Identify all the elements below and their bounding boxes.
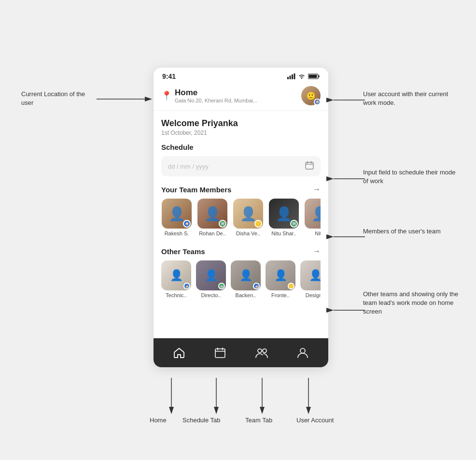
svg-marker-23 xyxy=(326,176,334,181)
arrow-input-field xyxy=(326,174,365,184)
annotation-user-account-header: User account with their current work mod… xyxy=(363,90,460,107)
team-card-avatar-technic: 👤 🏠 xyxy=(161,260,191,290)
team-badge-backen: 🏠 xyxy=(253,283,260,289)
svg-rect-3 xyxy=(294,73,295,79)
svg-marker-21 xyxy=(326,98,334,102)
team-member[interactable]: 👤 🏢 Nitu Shar.. xyxy=(268,199,299,236)
location-subtitle: Gala No.20, Kherani Rd, Mumbai... xyxy=(175,98,257,103)
svg-rect-6 xyxy=(319,75,320,78)
arrow-location xyxy=(97,94,152,104)
nav-home[interactable] xyxy=(158,338,200,367)
svg-marker-36 xyxy=(306,407,311,414)
annotation-other-teams: Other teams and showing only the team le… xyxy=(363,290,460,316)
svg-point-16 xyxy=(258,349,262,353)
team-card-avatar-fronte: 👤 💛 xyxy=(266,260,295,290)
arrow-user-account xyxy=(326,95,365,105)
member-avatar-nitu2: 👤 🏠 xyxy=(305,199,321,229)
home-nav-icon xyxy=(173,347,185,358)
member-badge-rohan: 🏢 xyxy=(219,220,226,228)
bottom-label-home: Home xyxy=(150,417,167,424)
team-card[interactable]: 👤 💛 Fronte.. xyxy=(266,260,295,298)
header-left: 📍 Home Gala No.20, Kherani Rd, Mumbai... xyxy=(161,88,257,103)
member-badge-rakesh: 🏠 xyxy=(183,220,191,228)
svg-point-18 xyxy=(300,348,305,353)
arrow-team-label xyxy=(257,378,267,417)
team-card-avatar-design: 👤 🏢 xyxy=(300,260,321,290)
calendar-icon xyxy=(305,161,314,172)
svg-rect-7 xyxy=(309,75,317,78)
member-avatar-rohan: 👤 🏢 xyxy=(197,199,227,229)
battery-icon xyxy=(308,73,320,79)
svg-rect-12 xyxy=(215,349,225,358)
team-card-name-technic: Technic.. xyxy=(166,292,186,298)
member-badge-disha: 💛 xyxy=(254,220,262,228)
status-time: 9:41 xyxy=(162,72,176,80)
schedule-input-placeholder: dd / mm / yyyy xyxy=(168,163,301,170)
team-members-arrow[interactable]: → xyxy=(313,185,321,194)
user-account-nav-icon xyxy=(297,347,308,358)
team-card[interactable]: 👤 🏢 Directo.. xyxy=(196,260,226,298)
svg-rect-2 xyxy=(292,74,293,79)
nav-team[interactable] xyxy=(241,338,282,367)
location-pin-icon: 📍 xyxy=(161,90,172,101)
schedule-nav-icon xyxy=(215,347,225,358)
svg-point-4 xyxy=(301,78,302,79)
user-avatar-container[interactable]: 🙂 🏠 xyxy=(301,86,321,105)
team-member[interactable]: 👤 🏢 Rohan De.. xyxy=(197,199,228,236)
team-members-title: Your Team Members xyxy=(161,186,231,194)
bottom-label-team: Team Tab xyxy=(245,417,272,424)
other-teams-title: Other Teams xyxy=(161,247,205,256)
header: 📍 Home Gala No.20, Kherani Rd, Mumbai...… xyxy=(154,83,328,111)
annotation-input-field: Input field to schedule their mode of wo… xyxy=(363,168,460,186)
svg-marker-30 xyxy=(169,407,174,414)
svg-rect-1 xyxy=(290,76,291,80)
svg-rect-8 xyxy=(306,162,313,169)
bottom-label-user-account: User Account xyxy=(296,417,334,424)
team-card-avatar-directo: 👤 🏢 xyxy=(196,260,226,290)
date-text: 1st October, 2021 xyxy=(161,129,321,136)
team-card-name-backen: Backen.. xyxy=(236,292,256,298)
member-avatar-disha: 👤 💛 xyxy=(233,199,263,229)
team-card[interactable]: 👤 🏠 Backen.. xyxy=(231,260,261,298)
status-bar: 9:41 xyxy=(154,68,328,83)
svg-marker-32 xyxy=(214,407,219,414)
team-badge-fronte: 💛 xyxy=(288,283,294,289)
member-badge-nitu: 🏢 xyxy=(290,220,298,228)
other-teams-arrow[interactable]: → xyxy=(313,247,321,256)
location-title: Home xyxy=(175,88,257,98)
work-mode-badge: 🏠 xyxy=(314,99,321,105)
team-card-name-design: Design.. xyxy=(306,292,321,298)
svg-marker-27 xyxy=(326,308,334,313)
team-nav-icon xyxy=(255,347,268,358)
team-badge-directo: 🏢 xyxy=(218,283,225,289)
member-name-rakesh: Rakesh S. xyxy=(165,230,189,236)
arrow-other-teams xyxy=(326,305,365,315)
schedule-input-container[interactable]: dd / mm / yyyy xyxy=(161,156,321,176)
team-member[interactable]: 👤 🏠 Rakesh S. xyxy=(161,199,192,236)
nav-schedule[interactable] xyxy=(200,338,241,367)
member-name-disha: Disha Ve.. xyxy=(236,230,260,236)
svg-rect-0 xyxy=(287,77,289,79)
team-card[interactable]: 👤 🏢 Design.. xyxy=(300,260,321,298)
member-avatar-rakesh: 👤 🏠 xyxy=(162,199,192,229)
status-icons xyxy=(287,73,320,79)
phone-frame: 9:41 📍 Home xyxy=(154,68,328,367)
nav-user-account[interactable] xyxy=(282,338,324,367)
annotation-current-location: Current Location of the user xyxy=(21,90,98,107)
team-members-row: 👤 🏠 Rakesh S. 👤 🏢 Rohan De.. 👤 💛 xyxy=(161,199,321,238)
team-card-avatar-backen: 👤 🏠 xyxy=(231,260,261,290)
team-card[interactable]: 👤 🏠 Technic.. xyxy=(161,260,191,298)
welcome-text: Welcome Priyanka xyxy=(161,118,321,129)
svg-point-17 xyxy=(263,349,266,353)
team-members-section-header: Your Team Members → xyxy=(161,185,321,194)
team-member[interactable]: 👤 💛 Disha Ve.. xyxy=(233,199,264,236)
svg-marker-34 xyxy=(260,407,265,414)
team-card-name-fronte: Fronte.. xyxy=(271,292,290,298)
arrow-user-account-label xyxy=(304,378,313,417)
signal-icon xyxy=(287,73,295,79)
team-badge-technic: 🏠 xyxy=(183,283,190,289)
member-avatar-nitu: 👤 🏢 xyxy=(269,199,299,229)
wifi-icon xyxy=(298,73,306,79)
team-member[interactable]: 👤 🏠 Nitu xyxy=(304,199,321,236)
main-content: Welcome Priyanka 1st October, 2021 Sched… xyxy=(154,111,328,338)
